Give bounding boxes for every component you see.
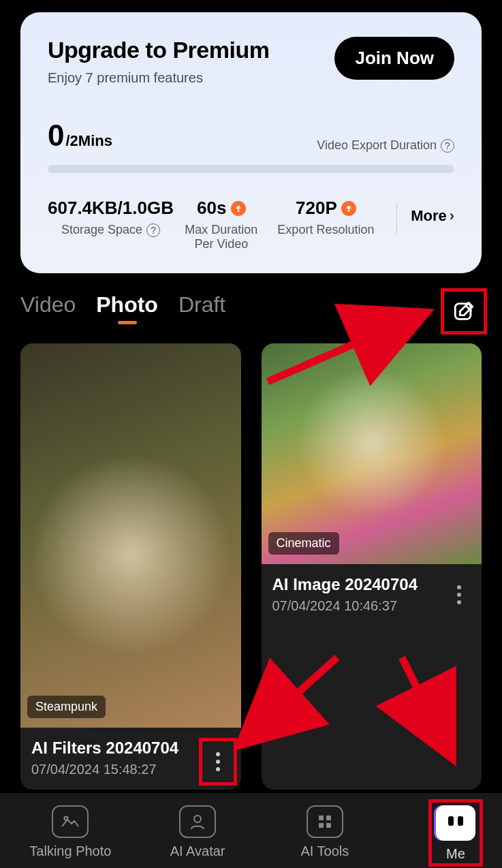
image-icon (52, 805, 89, 838)
duration-used-value: 0 (48, 119, 64, 153)
card-thumbnail: Steampunk (20, 343, 241, 728)
more-label: More (411, 207, 447, 225)
more-link[interactable]: More › (411, 207, 454, 225)
style-badge: Cinematic (268, 532, 339, 555)
storage-label: Storage Space (61, 223, 142, 237)
stat-resolution: 720P Export Resolution (269, 198, 383, 237)
resolution-value: 720P (296, 198, 337, 219)
more-vertical-icon (215, 751, 221, 772)
help-icon[interactable]: ? (146, 223, 160, 237)
chevron-right-icon: › (450, 207, 454, 225)
svg-point-6 (457, 600, 461, 604)
svg-point-10 (65, 816, 68, 820)
join-now-button[interactable]: Join Now (334, 37, 454, 80)
svg-point-2 (216, 760, 220, 764)
upgrade-icon[interactable] (341, 201, 356, 216)
compose-icon (452, 300, 475, 323)
premium-title: Upgrade to Premium (48, 37, 269, 63)
svg-point-1 (216, 752, 220, 756)
svg-point-3 (216, 767, 220, 771)
card-date: 07/04/2024 10:46:37 (272, 598, 418, 614)
nav-label: AI Tools (300, 843, 349, 859)
content-tabs: Video Photo Draft (20, 292, 482, 317)
export-duration-used: 0 /2Mins (48, 119, 112, 153)
card-date: 07/04/2024 15:48:27 (31, 762, 178, 777)
max-duration-label-1: Max Duration (185, 223, 257, 237)
card-title: AI Filters 20240704 (31, 739, 178, 758)
svg-rect-15 (326, 823, 331, 828)
svg-point-4 (457, 585, 461, 589)
export-duration-label-row: Video Export Duration ? (317, 138, 454, 153)
export-duration-progress (48, 165, 454, 173)
tab-draft[interactable]: Draft (178, 292, 225, 317)
svg-point-11 (194, 816, 201, 822)
style-badge: Steampunk (27, 696, 106, 718)
svg-rect-14 (319, 823, 324, 828)
tab-video[interactable]: Video (20, 292, 76, 317)
premium-card: Upgrade to Premium Enjoy 7 premium featu… (20, 12, 482, 273)
max-duration-label-2: Per Video (194, 237, 248, 251)
more-vertical-icon (456, 585, 462, 605)
avatar-icon (179, 805, 216, 838)
resolution-label: Export Resolution (269, 223, 383, 237)
bottom-nav: Talking Photo AI Avatar AI Tools (0, 793, 502, 868)
tab-photo[interactable]: Photo (96, 292, 158, 317)
me-icon (436, 805, 475, 841)
svg-point-5 (457, 593, 461, 597)
max-duration-value: 60s (197, 198, 226, 219)
duration-limit-value: /2Mins (65, 132, 112, 150)
card-title: AI Image 20240704 (272, 575, 418, 594)
help-icon[interactable]: ? (441, 139, 454, 153)
card-thumbnail: Cinematic (262, 343, 482, 564)
stat-storage: 607.4KB/1.0GB Storage Space ? (48, 198, 174, 237)
gallery-card[interactable]: Steampunk AI Filters 20240704 07/04/2024… (20, 343, 241, 790)
card-more-button[interactable] (448, 579, 471, 610)
storage-value: 607.4KB/1.0GB (48, 198, 174, 219)
nav-label: AI Avatar (170, 843, 225, 859)
nav-ai-tools[interactable]: AI Tools (274, 805, 376, 859)
grid-icon (307, 805, 343, 838)
premium-subtitle: Enjoy 7 premium features (48, 70, 269, 86)
nav-me[interactable]: Me (436, 805, 475, 862)
card-more-button[interactable] (204, 743, 232, 781)
nav-ai-avatar[interactable]: AI Avatar (146, 805, 249, 859)
nav-talking-photo[interactable]: Talking Photo (19, 805, 121, 859)
svg-rect-13 (326, 816, 331, 820)
nav-label: Me (446, 846, 465, 862)
highlight-compose (441, 288, 487, 335)
stat-max-duration: 60s Max Duration Per Video (174, 198, 269, 251)
upgrade-icon[interactable] (231, 201, 246, 216)
gallery: Steampunk AI Filters 20240704 07/04/2024… (20, 343, 482, 790)
compose-button[interactable] (447, 294, 481, 328)
svg-rect-12 (319, 816, 324, 820)
highlight-me: Me (428, 799, 483, 867)
nav-label: Talking Photo (29, 843, 111, 859)
divider (396, 203, 397, 234)
highlight-more (199, 738, 237, 786)
gallery-card[interactable]: Cinematic AI Image 20240704 07/04/2024 1… (262, 343, 482, 790)
export-duration-label: Video Export Duration (317, 138, 437, 153)
